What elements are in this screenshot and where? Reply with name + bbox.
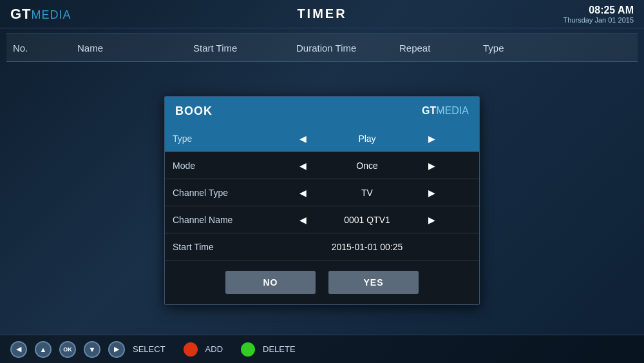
col-header-repeat: Repeat — [399, 43, 483, 54]
dialog-logo-media: MEDIA — [436, 105, 469, 116]
header: GTMEDIA TIMER 08:25 AM Thursday Jan 01 2… — [0, 0, 644, 28]
row-value-channel-name: 0001 QTV1 — [328, 215, 406, 225]
select-label: SELECT — [133, 344, 166, 354]
add-label: ADD — [205, 344, 223, 354]
yes-button[interactable]: YES — [328, 271, 419, 294]
row-controls-mode: ◀ Once ▶ — [263, 159, 471, 172]
arrow-left-channel-name[interactable]: ◀ — [296, 213, 309, 226]
row-controls-channel-type: ◀ TV ▶ — [263, 186, 471, 199]
row-value-mode: Once — [328, 161, 406, 171]
row-value-start-time: 2015-01-01 00:25 — [263, 242, 471, 252]
row-controls-channel-name: ◀ 0001 QTV1 ▶ — [263, 213, 471, 226]
dialog-row-channel-type[interactable]: Channel Type ◀ TV ▶ — [165, 179, 479, 206]
clock-time: 08:25 AM — [564, 5, 634, 16]
col-header-no: No. — [13, 43, 77, 54]
dialog-title: BOOK — [175, 104, 213, 118]
row-label-start-time: Start Time — [173, 242, 263, 252]
delete-label: DELETE — [263, 344, 296, 354]
col-header-name: Name — [77, 43, 193, 54]
col-header-start: Start Time — [193, 43, 296, 54]
dialog-row-channel-name[interactable]: Channel Name ◀ 0001 QTV1 ▶ — [165, 206, 479, 233]
row-label-channel-name: Channel Name — [173, 215, 263, 225]
dialog-row-type[interactable]: Type ◀ Play ▶ — [165, 125, 479, 152]
col-header-type: Type — [483, 43, 631, 54]
nav-btn-up[interactable]: ▲ — [35, 341, 52, 358]
row-value-type: Play — [328, 133, 406, 144]
nav-btn-down[interactable]: ▼ — [84, 341, 100, 358]
bottom-bar: ◀ ▲ OK ▼ ▶ SELECT ADD DELETE — [0, 335, 644, 363]
clock-area: 08:25 AM Thursday Jan 01 2015 — [564, 5, 634, 24]
delete-dot — [241, 342, 255, 357]
row-label-mode: Mode — [173, 161, 263, 171]
logo: GTMEDIA — [10, 6, 71, 23]
no-button[interactable]: NO — [225, 271, 316, 294]
nav-btn-left[interactable]: ◀ — [10, 341, 27, 358]
main-area: BOOK GTMEDIA Type ◀ Play ▶ Mode ◀ Once — [6, 62, 638, 339]
add-dot — [184, 342, 198, 357]
nav-btn-right[interactable]: ▶ — [108, 341, 125, 358]
arrow-right-type[interactable]: ▶ — [425, 132, 438, 145]
arrow-left-channel-type[interactable]: ◀ — [296, 186, 309, 199]
arrow-left-type[interactable]: ◀ — [296, 132, 309, 145]
logo-media: MEDIA — [32, 8, 71, 21]
page-title: TIMER — [297, 6, 346, 21]
dialog-logo: GTMEDIA — [422, 105, 469, 117]
row-controls-type: ◀ Play ▶ — [263, 132, 471, 145]
dialog-row-mode[interactable]: Mode ◀ Once ▶ — [165, 152, 479, 179]
arrow-right-channel-type[interactable]: ▶ — [425, 186, 438, 199]
book-dialog: BOOK GTMEDIA Type ◀ Play ▶ Mode ◀ Once — [164, 96, 480, 305]
logo-gt: GT — [10, 6, 32, 22]
dialog-logo-gt: GT — [422, 105, 436, 116]
arrow-right-mode[interactable]: ▶ — [425, 159, 438, 172]
row-label-channel-type: Channel Type — [173, 188, 263, 198]
arrow-right-channel-name[interactable]: ▶ — [425, 213, 438, 226]
nav-btn-ok[interactable]: OK — [59, 341, 76, 358]
col-header-duration: Duration Time — [296, 43, 399, 54]
clock-date: Thursday Jan 01 2015 — [564, 16, 634, 24]
dialog-row-start-time[interactable]: Start Time 2015-01-01 00:25 — [165, 233, 479, 260]
row-value-channel-type: TV — [328, 188, 406, 198]
arrow-left-mode[interactable]: ◀ — [296, 159, 309, 172]
row-label-type: Type — [173, 133, 263, 144]
dialog-buttons: NO YES — [165, 260, 479, 304]
table-header: No. Name Start Time Duration Time Repeat… — [6, 34, 638, 62]
dialog-body: Type ◀ Play ▶ Mode ◀ Once ▶ Channel Type — [165, 125, 479, 260]
dialog-header: BOOK GTMEDIA — [165, 97, 479, 125]
